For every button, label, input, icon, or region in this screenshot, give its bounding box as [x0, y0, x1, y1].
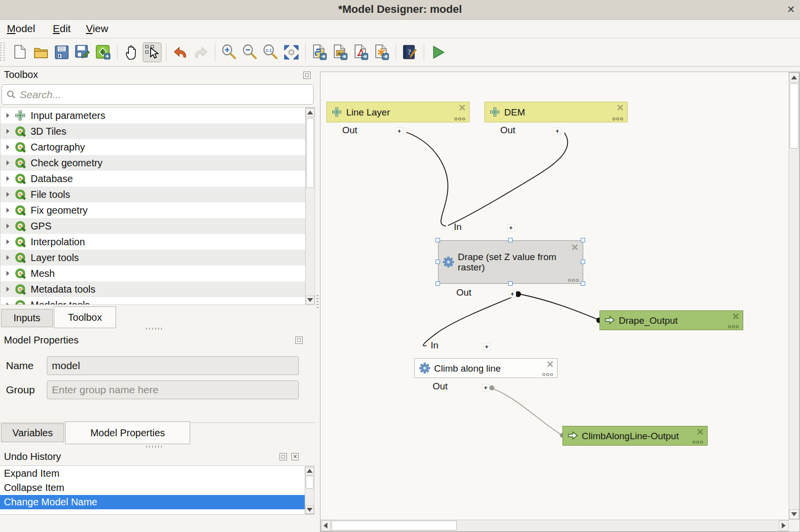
new-model-button[interactable] — [11, 42, 30, 62]
options-dots-icon[interactable]: ooo — [692, 439, 704, 445]
collapse-icon[interactable] — [546, 360, 554, 368]
options-dots-icon[interactable]: ooo — [454, 115, 466, 121]
tab-variables[interactable]: Variables — [1, 423, 64, 442]
undo-item[interactable]: Collapse Item — [0, 481, 305, 495]
export-pdf-button[interactable] — [352, 42, 370, 62]
canvas-vscrollbar-thumb[interactable] — [790, 83, 799, 149]
canvas-hscrollbar-thumb[interactable] — [331, 521, 457, 531]
redo-button[interactable] — [192, 42, 210, 62]
toolbox-item-modeler-tools[interactable]: Modeler tools — [0, 297, 305, 305]
collapse-icon[interactable] — [732, 312, 740, 320]
canvas-vscrollbar[interactable] — [789, 72, 800, 520]
model-group-field[interactable] — [47, 380, 299, 399]
toolbox-item-cartography[interactable]: Cartography — [0, 139, 305, 155]
canvas-hscrollbar[interactable] — [320, 520, 789, 532]
collapse-icon[interactable] — [696, 428, 704, 436]
port-plus[interactable]: + — [509, 290, 516, 298]
node-drape[interactable]: Drape (set Z value from raster) ooo — [438, 240, 583, 284]
menu-edit[interactable]: Edit — [53, 23, 71, 35]
zoom-in-button[interactable] — [220, 42, 239, 62]
selection-handle[interactable] — [508, 238, 513, 242]
zoom-full-button[interactable] — [282, 42, 301, 62]
selection-handle[interactable] — [508, 281, 513, 286]
undo-scrollbar[interactable] — [305, 466, 315, 514]
collapse-icon[interactable] — [571, 243, 580, 252]
qgis-icon — [14, 157, 26, 169]
pan-button[interactable] — [122, 42, 141, 62]
node-climbalongline-output[interactable]: ClimbAlongLine-Output ooo — [562, 426, 708, 446]
undo-scrollbar-thumb[interactable] — [306, 476, 314, 489]
node-line-layer[interactable]: Line Layer ooo — [326, 102, 470, 122]
export-python-button[interactable] — [310, 42, 329, 62]
run-model-button[interactable] — [429, 42, 447, 62]
undo-history-close-button[interactable]: ✕ — [291, 453, 299, 460]
expand-arrow-icon[interactable] — [6, 113, 9, 118]
menu-view[interactable]: View — [86, 23, 108, 35]
selection-handle[interactable] — [581, 238, 585, 242]
toolbox-item-interpolation[interactable]: Interpolation — [0, 234, 305, 250]
port-plus[interactable]: + — [396, 127, 403, 135]
toolbox-item-check-geometry[interactable]: Check geometry — [0, 155, 305, 171]
toolbox-item-layer-tools[interactable]: Layer tools — [0, 250, 305, 266]
model-canvas[interactable]: Line Layer ooo Out + DEM ooo Out + In + … — [320, 72, 800, 532]
port-plus[interactable]: + — [507, 224, 515, 231]
toolbox-scrollbar-thumb[interactable] — [306, 118, 314, 188]
edge-climb-to-output — [493, 389, 560, 434]
edit-help-button[interactable]: ? — [400, 42, 419, 62]
save-model-in-project-button[interactable] — [94, 42, 113, 62]
toolbox-item-input-parameters[interactable]: Input parameters — [0, 108, 305, 123]
input-parameter-icon — [489, 107, 500, 117]
tab-toolbox[interactable]: Toolbox — [54, 306, 116, 328]
options-dots-icon[interactable]: ooo — [568, 277, 579, 283]
open-model-button[interactable] — [32, 42, 50, 62]
toolbox-item-mesh[interactable]: Mesh — [0, 266, 305, 281]
zoom-actual-button[interactable]: 1:1 — [261, 42, 280, 62]
node-drape-output[interactable]: Drape_Output ooo — [600, 310, 743, 330]
dock-splitter-handle[interactable] — [146, 328, 163, 330]
export-image-button[interactable] — [331, 42, 350, 62]
selection-handle[interactable] — [581, 281, 585, 286]
node-dem[interactable]: DEM ooo — [484, 102, 628, 122]
toolbox-scrollbar[interactable] — [305, 108, 315, 304]
options-dots-icon[interactable]: ooo — [612, 115, 624, 121]
toolbox-item-fix-geometry[interactable]: Fix geometry — [0, 202, 305, 218]
model-name-field[interactable] — [47, 356, 299, 375]
toolbox-item-database[interactable]: Database — [0, 171, 305, 187]
toolbox-item-metadata-tools[interactable]: Metadata tools — [0, 281, 305, 297]
save-model-as-button[interactable] — [73, 42, 92, 62]
collapse-icon[interactable] — [458, 104, 466, 112]
selection-handle[interactable] — [436, 238, 440, 242]
port-plus[interactable]: + — [554, 127, 561, 135]
options-dots-icon[interactable]: ooo — [542, 371, 554, 377]
undo-item[interactable]: Expand Item — [0, 466, 305, 481]
menu-model[interactable]: Model — [7, 23, 35, 35]
tab-model-properties[interactable]: Model Properties — [65, 421, 190, 444]
toolbox-float-button[interactable] — [303, 72, 311, 79]
collapse-icon[interactable] — [616, 104, 624, 112]
toolbar-grip[interactable] — [0, 42, 1, 62]
toolbox-item-3d-tiles[interactable]: 3D Tiles — [0, 123, 305, 139]
save-model-button[interactable] — [52, 42, 71, 62]
undo-history-float-button[interactable] — [280, 453, 287, 460]
window-close-icon[interactable]: ✕ — [787, 3, 795, 15]
node-climb-along-line[interactable]: Climb along line ooo — [414, 358, 558, 378]
select-move-button[interactable] — [143, 42, 161, 62]
search-input[interactable] — [20, 86, 306, 103]
options-dots-icon[interactable]: ooo — [728, 323, 739, 329]
name-label: Name — [6, 360, 34, 372]
dock-splitter-handle[interactable] — [146, 446, 163, 448]
tab-inputs[interactable]: Inputs — [1, 309, 53, 327]
panel-canvas-splitter[interactable] — [317, 295, 319, 310]
model-properties-float-button[interactable] — [295, 337, 303, 344]
toolbox-item-gps[interactable]: GPS — [0, 218, 305, 234]
port-plus[interactable]: + — [483, 343, 490, 350]
undo-item-selected[interactable]: Change Model Name — [0, 495, 305, 509]
toolbox-item-file-tools[interactable]: File tools — [0, 187, 305, 202]
export-svg-button[interactable] — [372, 42, 391, 62]
selection-handle[interactable] — [581, 260, 585, 264]
undo-button[interactable] — [171, 42, 190, 62]
selection-handle[interactable] — [436, 281, 440, 286]
port-plus[interactable]: + — [482, 384, 489, 391]
zoom-out-button[interactable] — [240, 42, 259, 62]
selection-handle[interactable] — [436, 260, 440, 264]
